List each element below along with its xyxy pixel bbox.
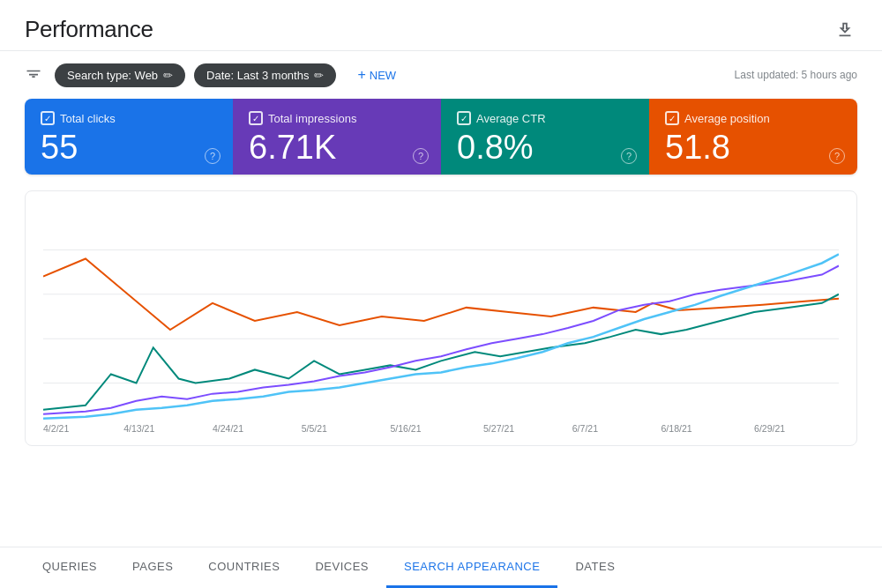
search-type-label: Search type: Web <box>67 69 158 82</box>
svg-text:5/27/21: 5/27/21 <box>483 423 514 434</box>
svg-text:6/29/21: 6/29/21 <box>754 423 785 434</box>
svg-text:4/2/21: 4/2/21 <box>43 423 69 434</box>
new-button[interactable]: + NEW <box>345 62 408 88</box>
header-actions <box>833 18 857 42</box>
tab-countries[interactable]: COUNTRIES <box>191 547 297 588</box>
edit-icon-date: ✏ <box>314 69 324 82</box>
check-icon-impressions: ✓ <box>249 111 263 125</box>
average-ctr-label-row: ✓ Average CTR <box>457 111 633 125</box>
filter-icon[interactable] <box>25 64 42 86</box>
svg-text:6/18/21: 6/18/21 <box>661 423 691 434</box>
date-label: Date: Last 3 months <box>206 69 309 82</box>
help-icon-position[interactable]: ? <box>829 148 845 164</box>
average-ctr-label: Average CTR <box>476 112 546 125</box>
page-title: Performance <box>25 16 153 43</box>
search-type-filter[interactable]: Search type: Web ✏ <box>55 63 185 87</box>
total-impressions-label-row: ✓ Total impressions <box>249 111 425 125</box>
header: Performance <box>0 0 882 51</box>
bottom-tabs: QUERIES PAGES COUNTRIES DEVICES SEARCH A… <box>0 547 882 588</box>
edit-icon: ✏ <box>163 69 173 82</box>
new-label: NEW <box>370 69 396 82</box>
average-position-label-row: ✓ Average position <box>665 111 841 125</box>
tab-dates[interactable]: DATES <box>557 547 632 588</box>
tab-devices[interactable]: DEVICES <box>297 547 386 588</box>
total-impressions-value: 6.71K <box>249 130 425 164</box>
svg-text:4/24/21: 4/24/21 <box>213 423 243 434</box>
total-impressions-card[interactable]: ✓ Total impressions 6.71K ? <box>233 99 441 175</box>
tab-search-appearance[interactable]: SEARCH APPEARANCE <box>386 547 557 588</box>
average-position-label: Average position <box>684 112 770 125</box>
help-icon-ctr[interactable]: ? <box>621 148 637 164</box>
plus-icon: + <box>357 67 365 83</box>
average-ctr-card[interactable]: ✓ Average CTR 0.8% ? <box>441 99 649 175</box>
performance-chart: 4/2/21 4/13/21 4/24/21 5/5/21 5/16/21 5/… <box>43 205 839 436</box>
metric-cards: ✓ Total clicks 55 ? ✓ Total impressions … <box>25 99 857 175</box>
average-position-card[interactable]: ✓ Average position 51.8 ? <box>649 99 857 175</box>
help-icon-clicks[interactable]: ? <box>205 148 220 164</box>
total-clicks-label-row: ✓ Total clicks <box>41 111 217 125</box>
export-icon[interactable] <box>833 18 857 42</box>
average-ctr-value: 0.8% <box>457 130 633 164</box>
average-position-value: 51.8 <box>665 130 841 164</box>
help-icon-impressions[interactable]: ? <box>413 148 429 164</box>
check-icon-position: ✓ <box>665 111 679 125</box>
svg-text:6/7/21: 6/7/21 <box>572 423 598 434</box>
total-impressions-label: Total impressions <box>268 112 356 125</box>
date-filter[interactable]: Date: Last 3 months ✏ <box>194 63 336 87</box>
tab-pages[interactable]: PAGES <box>115 547 191 588</box>
total-clicks-card[interactable]: ✓ Total clicks 55 ? <box>25 99 233 175</box>
svg-text:5/16/21: 5/16/21 <box>390 423 421 434</box>
total-clicks-value: 55 <box>41 130 217 164</box>
check-icon-ctr: ✓ <box>457 111 471 125</box>
chart-area: 4/2/21 4/13/21 4/24/21 5/5/21 5/16/21 5/… <box>25 190 857 446</box>
last-updated-text: Last updated: 5 hours ago <box>735 69 857 81</box>
tab-queries[interactable]: QUERIES <box>25 547 115 588</box>
total-clicks-label: Total clicks <box>60 112 116 125</box>
svg-text:5/5/21: 5/5/21 <box>302 423 327 434</box>
svg-text:4/13/21: 4/13/21 <box>123 423 154 434</box>
check-icon-clicks: ✓ <box>41 111 55 125</box>
toolbar: Search type: Web ✏ Date: Last 3 months ✏… <box>0 51 882 99</box>
